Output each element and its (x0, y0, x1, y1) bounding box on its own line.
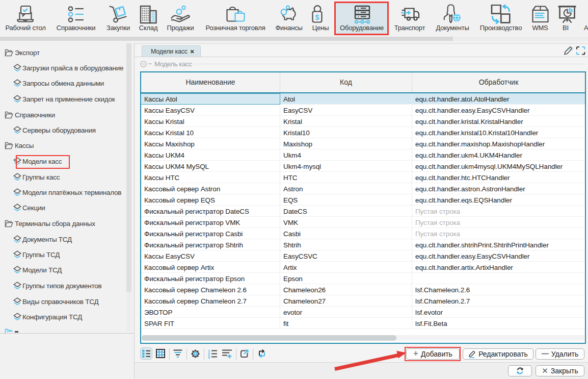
svg-text:3: 3 (208, 355, 210, 359)
svg-text:$: $ (315, 13, 319, 21)
